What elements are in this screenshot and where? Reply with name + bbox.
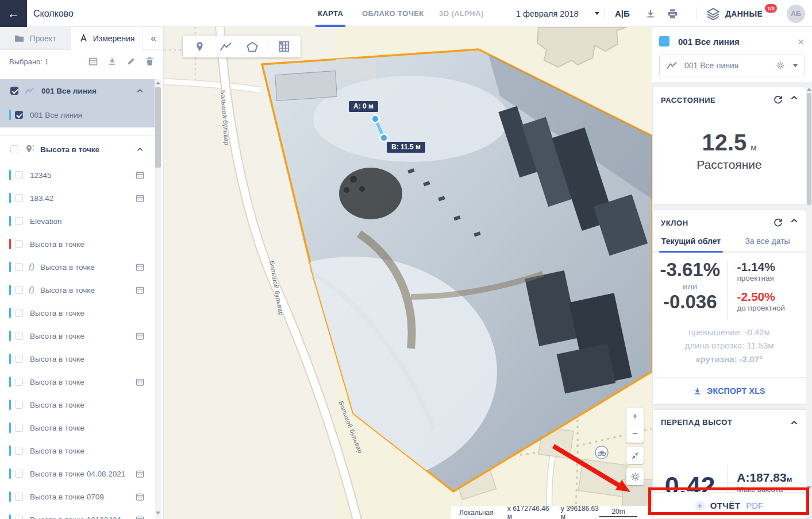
calendar-icon[interactable] xyxy=(136,516,144,519)
calendar-icon[interactable] xyxy=(136,263,144,272)
checkbox[interactable] xyxy=(15,309,23,317)
data-layers-button[interactable]: ДАННЫЕ 1/0 xyxy=(706,0,777,27)
calendar-icon[interactable] xyxy=(136,171,144,180)
elevation-diff-card: ПЕРЕПАД ВЫСОТ 0.42 А:187.83м Макс высота… xyxy=(652,409,806,519)
map-viewport[interactable]: Большой бульвар Большой бульвар Большой … xyxy=(164,27,652,519)
group-row-point-height[interactable]: Высота в точке xyxy=(0,138,155,161)
list-item[interactable]: Высота в точке xyxy=(0,347,155,370)
list-item[interactable]: Высота в точке xyxy=(0,233,155,255)
checkbox[interactable] xyxy=(15,217,23,225)
place-marker-tool[interactable] xyxy=(186,36,213,57)
checkbox[interactable] xyxy=(15,332,23,340)
list-item[interactable]: Elevation xyxy=(0,210,155,233)
sidebar-collapse-button[interactable]: « xyxy=(143,27,164,49)
calendar-icon[interactable] xyxy=(136,194,144,203)
list-item[interactable]: Высота в точке 0709 xyxy=(0,485,155,508)
checkbox[interactable] xyxy=(15,263,23,271)
list-item[interactable]: Высота в точке xyxy=(0,301,155,324)
tab-point-cloud[interactable]: ОБЛАКО ТОЧЕК xyxy=(362,0,424,27)
calendar-button[interactable] xyxy=(88,57,98,66)
tab-all-dates[interactable]: За все даты xyxy=(729,237,806,251)
checkbox[interactable] xyxy=(15,355,23,363)
measure-point-a[interactable] xyxy=(372,115,379,123)
checkbox[interactable] xyxy=(15,493,23,501)
checkbox[interactable] xyxy=(15,194,23,202)
list-item[interactable]: Высота в точке 12132424 xyxy=(0,508,155,519)
list-item[interactable]: Высота в точке xyxy=(0,324,155,347)
list-item[interactable]: 183.42 xyxy=(0,187,155,210)
collapse-section-button[interactable] xyxy=(791,95,798,104)
polyline-tool[interactable] xyxy=(213,36,239,57)
scrollbar-thumb[interactable] xyxy=(807,93,811,205)
calendar-icon[interactable] xyxy=(136,378,144,386)
checkbox[interactable] xyxy=(15,447,23,455)
list-item[interactable]: Высота в точке xyxy=(0,278,155,301)
edit-button[interactable] xyxy=(126,57,136,66)
report-pdf-button[interactable]: + ОТЧЁТ PDF xyxy=(653,492,806,518)
checkbox[interactable] xyxy=(15,470,23,478)
distance-caption: Расстояние xyxy=(653,158,806,172)
checkbox[interactable] xyxy=(15,171,23,179)
grid-tool[interactable] xyxy=(271,36,297,57)
chevron-up-icon[interactable] xyxy=(137,88,143,93)
tab-3d-alpha[interactable]: 3D (ALPHA) xyxy=(439,0,484,27)
date-selector[interactable]: 1 февраля 2018 xyxy=(516,0,599,27)
scrollbar-thumb[interactable] xyxy=(155,87,161,168)
export-xls-button[interactable]: ЭКСПОРТ XLS xyxy=(653,377,806,404)
sidebar-tab-measurements[interactable]: Измерения xyxy=(71,27,143,50)
measure-point-b[interactable] xyxy=(380,134,388,142)
refresh-button[interactable] xyxy=(773,218,783,227)
sidebar-scrollbar[interactable] xyxy=(155,79,161,519)
list-item[interactable]: Высота в точке xyxy=(0,439,155,462)
checkbox[interactable] xyxy=(15,424,23,432)
projection-label[interactable]: Локальная xyxy=(459,509,494,517)
refresh-button[interactable] xyxy=(773,95,783,104)
delete-button[interactable] xyxy=(145,57,154,66)
list-item[interactable]: Высота в точке xyxy=(0,416,155,439)
list-item[interactable]: Высота в точке xyxy=(0,393,155,416)
tab-current-flight[interactable]: Текущий облет xyxy=(653,237,729,251)
checkbox[interactable] xyxy=(15,516,23,519)
calendar-icon[interactable] xyxy=(136,332,144,340)
calendar-icon[interactable] xyxy=(136,286,144,295)
settings-button[interactable] xyxy=(776,61,785,70)
sidebar-tab-project[interactable]: Проект xyxy=(0,27,71,49)
close-icon[interactable]: × xyxy=(798,36,804,47)
group-row-all-lines[interactable]: 001 Все линия xyxy=(0,79,155,102)
avatar[interactable]: АБ xyxy=(787,5,805,23)
measurement-selector[interactable]: 001 Все линия xyxy=(659,55,805,76)
back-button[interactable]: ← xyxy=(0,0,27,27)
panel-header: 001 Все линия × 001 Все линия xyxy=(652,27,812,82)
zoom-out-button[interactable]: − xyxy=(626,425,644,443)
download-button[interactable] xyxy=(107,57,117,66)
map-settings-button[interactable] xyxy=(626,468,644,485)
calendar-icon[interactable] xyxy=(136,493,144,501)
calendar-icon[interactable] xyxy=(136,470,144,478)
design-slope-label: проектная xyxy=(737,274,786,284)
checkbox[interactable] xyxy=(15,240,23,248)
fit-extent-button[interactable] xyxy=(626,447,644,464)
download-button[interactable] xyxy=(645,0,656,27)
list-item[interactable]: Высота в точке xyxy=(0,255,155,278)
checkbox[interactable] xyxy=(15,286,23,294)
collapse-section-button[interactable] xyxy=(791,420,798,425)
polygon-tool[interactable] xyxy=(239,36,265,57)
list-item-label: Высота в точке xyxy=(30,401,155,409)
checkbox[interactable] xyxy=(15,111,23,119)
panel-scrollbar[interactable] xyxy=(806,86,812,491)
list-item[interactable]: Высота в точке 04.08.2021 xyxy=(0,462,155,485)
checkbox[interactable] xyxy=(10,87,18,95)
tab-map[interactable]: КАРТА xyxy=(318,0,343,27)
chevron-up-icon[interactable] xyxy=(137,147,143,152)
list-item-selected[interactable]: 001 Все линия xyxy=(0,102,155,127)
print-button[interactable] xyxy=(667,0,679,27)
checkbox[interactable] xyxy=(15,401,23,409)
list-item[interactable]: 12345 xyxy=(0,164,155,187)
zoom-in-button[interactable]: + xyxy=(626,408,644,425)
checkbox[interactable] xyxy=(15,378,23,386)
checkbox[interactable] xyxy=(10,145,18,153)
list-item[interactable]: Высота в точке xyxy=(0,370,155,393)
collapse-section-button[interactable] xyxy=(791,218,798,227)
map-canvas[interactable] xyxy=(164,27,652,519)
compare-ab-button[interactable]: А|Б xyxy=(615,0,630,27)
